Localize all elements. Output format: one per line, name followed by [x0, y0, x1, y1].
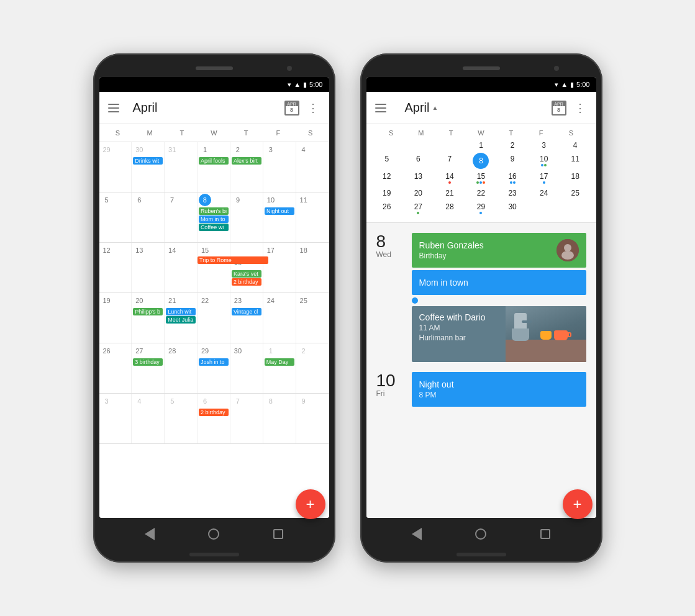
cal-cell[interactable]: 4 — [132, 394, 165, 443]
fab-2[interactable]: + — [563, 489, 593, 519]
event-mom-in-town[interactable]: Mom in town — [412, 270, 586, 295]
cal-cell[interactable]: 13 — [132, 243, 165, 292]
calendar-icon-1[interactable]: APR 8 — [284, 101, 299, 116]
event-chip[interactable]: Philipp's b — [133, 308, 163, 315]
mini-cell[interactable]: 20 — [402, 187, 434, 199]
menu-button-2[interactable] — [371, 100, 390, 116]
event-chip[interactable]: Night out — [265, 207, 294, 215]
mini-cell[interactable]: 21 — [434, 187, 466, 199]
event-chip[interactable]: Josh in to — [199, 358, 229, 366]
cal-cell[interactable]: 9 — [230, 192, 263, 242]
mini-cell[interactable]: 28 — [434, 201, 466, 216]
cal-cell[interactable]: 10Night out — [263, 192, 296, 242]
fab-1[interactable]: + — [296, 489, 325, 519]
cal-cell[interactable]: 62 birthday — [198, 394, 230, 443]
nav-home-2[interactable] — [474, 527, 488, 541]
mini-cell[interactable]: 13 — [402, 170, 434, 186]
event-chip[interactable]: Coffee wi — [199, 224, 229, 231]
mini-cell[interactable]: 9 — [497, 153, 529, 169]
event-chip[interactable]: Kara's vet — [232, 270, 261, 278]
cal-cell[interactable]: 23Vintage cl — [230, 293, 263, 343]
event-coffee[interactable]: Coffee with Dario 11 AM Hurlimann bar — [412, 306, 586, 362]
cal-cell[interactable]: 16 Kara's vet 2 birthday — [230, 243, 263, 292]
mini-cell[interactable]: 25 — [560, 187, 591, 199]
calendar-icon-2[interactable]: APR 8 — [552, 101, 566, 116]
mini-cell[interactable]: 22 — [465, 187, 497, 199]
event-chip[interactable]: 2 birthday — [232, 278, 261, 286]
cal-cell[interactable]: 6 — [132, 192, 165, 242]
cal-cell[interactable]: 29Josh in to — [198, 343, 230, 393]
mini-cell-today[interactable]: 8 — [473, 153, 489, 169]
cal-cell[interactable]: 8 — [263, 394, 296, 443]
cal-cell[interactable]: 5 — [99, 192, 132, 242]
mini-cell[interactable]: 19 — [371, 187, 403, 199]
cal-cell[interactable]: 9 — [296, 394, 329, 443]
mini-cell[interactable]: 1 — [465, 139, 497, 152]
cal-cell[interactable]: 20Philipp's b — [132, 293, 165, 343]
event-chip[interactable]: 2 birthday — [199, 409, 229, 416]
cal-cell[interactable]: 7 — [230, 394, 263, 443]
cal-cell[interactable]: 19 — [99, 293, 132, 343]
event-chip[interactable]: Ruben's bi — [199, 207, 229, 215]
mini-cell[interactable]: 12 — [371, 170, 403, 186]
nav-square-2[interactable] — [538, 527, 552, 541]
cal-cell[interactable]: 14 — [165, 243, 198, 292]
mini-cell[interactable]: 6 — [402, 153, 434, 169]
menu-button-1[interactable] — [104, 100, 123, 116]
cal-cell[interactable]: 3 — [263, 142, 296, 192]
event-night-out[interactable]: Night out 8 PM — [412, 372, 586, 407]
dropdown-icon-2[interactable]: ▲ — [432, 104, 438, 111]
event-chip[interactable]: May Day — [265, 358, 294, 366]
mini-cell[interactable]: 7 — [434, 153, 466, 169]
mini-cell[interactable]: 30 — [497, 201, 529, 216]
event-chip[interactable]: Trip to Rome — [198, 256, 268, 264]
mini-cell[interactable]: 17 — [528, 170, 560, 186]
cal-cell[interactable]: 21 Lunch wit Meet Julia — [165, 293, 198, 343]
nav-square-1[interactable] — [271, 527, 285, 541]
cal-cell[interactable]: 2 — [296, 343, 329, 393]
event-chip[interactable]: April fools — [199, 157, 229, 165]
cal-cell[interactable]: 4 — [296, 142, 329, 192]
cal-cell[interactable]: 28 — [165, 343, 198, 393]
mini-cell[interactable]: 4 — [560, 139, 591, 152]
mini-cell[interactable]: 5 — [371, 153, 403, 169]
cal-cell[interactable]: 31 — [165, 142, 198, 192]
cal-cell[interactable]: 29 — [99, 142, 132, 192]
agenda-2[interactable]: 8 Wed Ruben Gonzales Birthday — [366, 223, 596, 518]
cal-cell[interactable]: 22 — [198, 293, 230, 343]
mini-cell[interactable]: 10 — [528, 153, 560, 169]
mini-cell[interactable]: 24 — [528, 187, 560, 199]
mini-cell[interactable]: 18 — [560, 170, 591, 186]
more-button-2[interactable]: ⋮ — [569, 97, 591, 119]
cal-cell[interactable]: 15 Trip to Rome — [198, 243, 230, 292]
event-birthday[interactable]: Ruben Gonzales Birthday — [412, 233, 586, 268]
mini-cell[interactable]: 14 — [434, 170, 466, 186]
cal-cell[interactable]: 30 — [230, 343, 263, 393]
cal-cell[interactable]: 11 — [296, 192, 329, 242]
cal-cell[interactable]: 26 — [99, 343, 132, 393]
cal-cell[interactable]: 17 — [263, 243, 296, 292]
cal-cell[interactable]: 1May Day — [263, 343, 296, 393]
event-chip[interactable]: Alex's birt — [232, 157, 261, 165]
event-chip[interactable]: Vintage cl — [232, 308, 261, 315]
mini-cell[interactable]: 29 — [465, 201, 497, 216]
cal-cell[interactable]: 12 — [99, 243, 132, 292]
event-chip[interactable]: Lunch wit — [166, 308, 196, 315]
cal-cell[interactable]: 25 — [296, 293, 329, 343]
cal-cell[interactable]: 273 birthday — [132, 343, 165, 393]
mini-cell[interactable]: 16 — [497, 170, 529, 186]
mini-cell[interactable]: 26 — [371, 201, 403, 216]
cal-cell[interactable]: 8 Ruben's bi Mom in to Coffee wi — [198, 192, 230, 242]
mini-cell[interactable]: 2 — [497, 139, 529, 152]
cal-cell[interactable]: 30Drinks wit — [132, 142, 165, 192]
cal-cell[interactable]: 3 — [99, 394, 132, 443]
mini-cell[interactable]: 27 — [402, 201, 434, 216]
event-chip[interactable]: Mom in to — [199, 215, 229, 223]
cal-cell[interactable]: 1April fools — [198, 142, 230, 192]
cal-cell[interactable]: 7 — [165, 192, 198, 242]
cal-cell[interactable]: 18 — [296, 243, 329, 292]
cal-cell[interactable]: 2Alex's birt — [230, 142, 263, 192]
event-chip[interactable]: Meet Julia — [166, 316, 196, 324]
mini-cell[interactable]: 15 — [465, 170, 497, 186]
mini-cell[interactable]: 3 — [528, 139, 560, 152]
